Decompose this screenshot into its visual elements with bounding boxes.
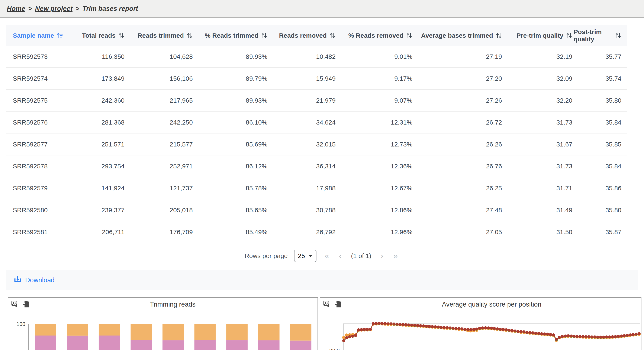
table-row: SRR592580239,377205,01885.65%30,78812.86…	[6, 199, 627, 221]
table-cell: 31.50	[503, 228, 574, 236]
table-cell: 85.69%	[194, 141, 269, 148]
column-header-reads-trimmed[interactable]: Reads trimmed	[126, 32, 194, 39]
sample-name-cell: SRR592575	[6, 97, 75, 104]
page-status: (1 of 1)	[351, 252, 371, 260]
column-header-label: Sample name	[13, 32, 54, 39]
column-header-label: Reads removed	[279, 32, 327, 39]
table-cell: 104,628	[126, 53, 194, 60]
table-cell: 26,792	[269, 228, 337, 236]
charts-row: Trimming reads 10075	[8, 297, 644, 350]
next-page-button[interactable]: ›	[379, 252, 385, 260]
table-row: SRR592575242,360217,96589.93%21,9799.07%…	[6, 90, 627, 112]
column-header-reads-trimmed[interactable]: % Reads trimmed	[194, 32, 269, 39]
table-cell: 141,924	[75, 184, 126, 192]
table-cell: 281,368	[75, 119, 126, 126]
breadcrumb-current-page: Trim bases report	[82, 5, 138, 12]
breadcrumb-project-link[interactable]: New project	[35, 5, 72, 12]
sample-name-cell: SRR592576	[6, 119, 75, 126]
table-cell: 89.93%	[194, 53, 269, 60]
table-cell: 35.84	[574, 163, 627, 170]
table-cell: 35.86	[574, 184, 627, 192]
column-header-reads-removed[interactable]: Reads removed	[269, 32, 337, 39]
table-cell: 32.09	[503, 75, 574, 82]
download-plot-image-icon[interactable]	[323, 300, 331, 309]
table-cell: 26.26	[414, 141, 503, 148]
prev-page-button[interactable]: ‹	[337, 252, 343, 260]
sample-name-cell: SRR592573	[6, 53, 75, 60]
column-header-total-reads[interactable]: Total reads	[75, 32, 126, 39]
column-header-label: % Reads trimmed	[205, 32, 258, 39]
table-cell: 35.74	[574, 75, 627, 82]
trim-report-table: Sample nameTotal readsReads trimmed% Rea…	[6, 25, 627, 243]
table-cell: 31.73	[503, 163, 574, 170]
table-cell: 21,979	[269, 97, 337, 104]
column-header-average-bases-trimmed[interactable]: Average bases trimmed	[414, 32, 503, 39]
table-cell: 205,018	[126, 206, 194, 214]
column-header-post-trim-quality[interactable]: Post-trim quality	[574, 28, 627, 43]
table-cell: 27.05	[414, 228, 503, 236]
table-cell: 10,482	[269, 53, 337, 60]
sort-updown-icon	[261, 32, 268, 39]
chart-toolbar	[323, 300, 342, 309]
column-header-label: Reads trimmed	[138, 32, 184, 39]
table-cell: 27.19	[414, 53, 503, 60]
export-plot-icon[interactable]	[334, 300, 342, 309]
sort-updown-icon	[496, 32, 502, 39]
avg-quality-chart: Average quality score per position 28.8	[320, 297, 642, 350]
table-cell: 26.72	[414, 119, 503, 126]
breadcrumb-separator: >	[28, 5, 32, 12]
table-cell: 30,788	[269, 206, 337, 214]
export-plot-icon[interactable]	[22, 300, 30, 309]
table-cell: 26.25	[414, 184, 503, 192]
table-row: SRR592581206,711176,70985.49%26,79212.96…	[6, 221, 627, 243]
breadcrumb-separator: >	[76, 5, 79, 12]
table-row: SRR592579141,924121,73785.78%17,98812.67…	[6, 177, 627, 199]
first-page-button[interactable]: «	[323, 252, 331, 260]
sample-name-cell: SRR592574	[6, 75, 75, 82]
column-header-label: Total reads	[82, 32, 116, 39]
sort-updown-icon	[566, 32, 572, 39]
sample-name-cell: SRR592578	[6, 163, 75, 170]
table-cell: 176,709	[126, 228, 194, 236]
table-cell: 32,015	[269, 141, 337, 148]
download-plot-image-icon[interactable]	[11, 300, 19, 309]
table-cell: 27.20	[414, 75, 503, 82]
table-cell: 26.76	[414, 163, 503, 170]
last-page-button[interactable]: »	[392, 252, 400, 260]
table-cell: 31.73	[503, 119, 574, 126]
table-cell: 17,988	[269, 184, 337, 192]
table-header-row: Sample nameTotal readsReads trimmed% Rea…	[6, 25, 627, 46]
table-cell: 121,737	[126, 184, 194, 192]
table-cell: 116,350	[75, 53, 126, 60]
sort-ascending-icon	[56, 32, 64, 39]
column-header-pre-trim-quality[interactable]: Pre-trim quality	[503, 32, 574, 39]
column-header-sample-name[interactable]: Sample name	[6, 32, 75, 39]
table-cell: 85.65%	[194, 206, 269, 214]
table-cell: 9.17%	[337, 75, 414, 82]
table-cell: 86.10%	[194, 119, 269, 126]
table-cell: 251,571	[75, 141, 126, 148]
table-cell: 89.79%	[194, 75, 269, 82]
table-cell: 85.78%	[194, 184, 269, 192]
table-cell: 12.67%	[337, 184, 414, 192]
download-label: Download	[25, 276, 54, 284]
table-row: SRR592577251,571215,57785.69%32,01512.73…	[6, 134, 627, 156]
table-cell: 12.86%	[337, 206, 414, 214]
table-cell: 34,624	[269, 119, 337, 126]
rows-per-page-select[interactable]: 25	[294, 250, 316, 262]
table-cell: 242,360	[75, 97, 126, 104]
breadcrumb: Home > New project > Trim bases report	[0, 0, 644, 18]
table-cell: 27.26	[414, 97, 503, 104]
download-button[interactable]: Download	[14, 275, 54, 285]
table-cell: 239,377	[75, 206, 126, 214]
table-cell: 242,250	[126, 119, 194, 126]
table-cell: 12.73%	[337, 141, 414, 148]
sample-name-cell: SRR592581	[6, 228, 75, 236]
svg-text:100: 100	[16, 321, 26, 327]
breadcrumb-home-link[interactable]: Home	[7, 5, 25, 12]
table-row: SRR592574173,849156,10689.79%15,9499.17%…	[6, 68, 627, 90]
column-header-reads-removed[interactable]: % Reads removed	[337, 32, 414, 39]
table-cell: 86.12%	[194, 163, 269, 170]
rows-per-page-value: 25	[298, 252, 305, 260]
sort-updown-icon	[186, 32, 193, 39]
